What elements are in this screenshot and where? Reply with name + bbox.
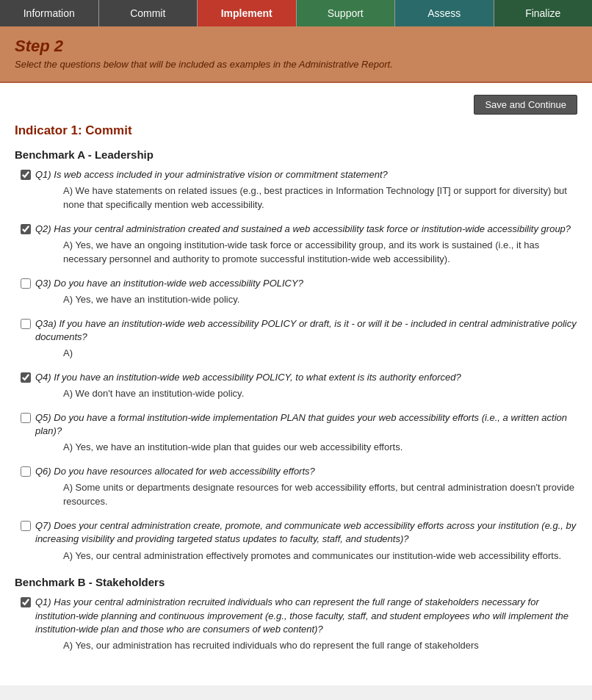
question-text-q1: Q1) Is web access included in your admin…: [35, 168, 388, 181]
question-row-q1: Q1) Is web access included in your admin…: [21, 168, 577, 181]
answer-q2: A) Yes, we have an ongoing institution-w…: [63, 239, 577, 267]
answer-q6: A) Some units or departments designate r…: [63, 481, 577, 509]
question-text-q3a: Q3a) If you have an institution-wide web…: [35, 317, 577, 344]
tab-commit[interactable]: Commit: [99, 0, 198, 26]
save-continue-button[interactable]: Save and Continue: [474, 95, 577, 115]
question-block-q1: Q1) Is web access included in your admin…: [15, 168, 577, 212]
checkbox-q7[interactable]: [21, 521, 31, 531]
question-row-q2: Q2) Has your central administration crea…: [21, 223, 577, 236]
step-title: Step 2: [15, 37, 577, 56]
checkbox-q2[interactable]: [21, 224, 31, 234]
indicator-heading: Indicator 1: Commit: [15, 123, 577, 138]
question-text-bq1: Q1) Has your central administration recr…: [35, 596, 577, 636]
benchmark-b-heading: Benchmark B - Stakeholders: [15, 576, 577, 588]
question-text-q2: Q2) Has your central administration crea…: [35, 223, 571, 236]
question-block-q4: Q4) If you have an institution-wide web …: [15, 371, 577, 401]
question-block-q3a: Q3a) If you have an institution-wide web…: [15, 317, 577, 361]
question-text-q4: Q4) If you have an institution-wide web …: [35, 371, 461, 384]
answer-q1: A) We have statements on related issues …: [63, 184, 577, 212]
tab-implement[interactable]: Implement: [198, 0, 297, 26]
checkbox-q3a[interactable]: [21, 319, 31, 329]
benchmark-b-questions: Q1) Has your central administration recr…: [15, 596, 577, 652]
step-description: Select the questions below that will be …: [15, 59, 577, 70]
question-block-q6: Q6) Do you have resources allocated for …: [15, 465, 577, 509]
answer-q3: A) Yes, we have an institution-wide poli…: [63, 293, 577, 307]
tab-support[interactable]: Support: [297, 0, 396, 26]
answer-q5: A) Yes, we have an institution-wide plan…: [63, 441, 577, 455]
checkbox-q3[interactable]: [21, 278, 31, 289]
checkbox-q4[interactable]: [21, 372, 31, 383]
step-header: Step 2 Select the questions below that w…: [0, 26, 592, 83]
question-text-q3: Q3) Do you have an institution-wide web …: [35, 277, 303, 290]
answer-bq1: A) Yes, our administration has recruited…: [63, 639, 577, 653]
main-content: Save and Continue Indicator 1: Commit Be…: [0, 83, 592, 685]
checkbox-q6[interactable]: [21, 466, 31, 477]
question-block-q2: Q2) Has your central administration crea…: [15, 223, 577, 267]
question-block-bq1: Q1) Has your central administration recr…: [15, 596, 577, 652]
question-block-q7: Q7) Does your central administration cre…: [15, 519, 577, 563]
question-row-q3: Q3) Do you have an institution-wide web …: [21, 277, 577, 290]
question-row-bq1: Q1) Has your central administration recr…: [21, 596, 577, 636]
question-row-q4: Q4) If you have an institution-wide web …: [21, 371, 577, 384]
question-text-q6: Q6) Do you have resources allocated for …: [35, 465, 315, 478]
question-text-q7: Q7) Does your central administration cre…: [35, 519, 577, 546]
answer-q3a: A): [63, 347, 577, 361]
nav-tabs: Information Commit Implement Support Ass…: [0, 0, 592, 26]
question-block-q5: Q5) Do you have a formal institution-wid…: [15, 411, 577, 455]
question-row-q5: Q5) Do you have a formal institution-wid…: [21, 411, 577, 438]
answer-q7: A) Yes, our central administration effec…: [63, 549, 577, 563]
benchmark-a-questions: Q1) Is web access included in your admin…: [15, 168, 577, 563]
tab-assess[interactable]: Assess: [395, 0, 494, 26]
tab-finalize[interactable]: Finalize: [494, 0, 593, 26]
checkbox-q5[interactable]: [21, 413, 31, 423]
question-row-q7: Q7) Does your central administration cre…: [21, 519, 577, 546]
checkbox-q1[interactable]: [21, 170, 31, 180]
question-text-q5: Q5) Do you have a formal institution-wid…: [35, 411, 577, 438]
benchmark-a-heading: Benchmark A - Leadership: [15, 148, 577, 161]
answer-q4: A) We don't have an institution-wide pol…: [63, 387, 577, 401]
question-row-q6: Q6) Do you have resources allocated for …: [21, 465, 577, 478]
question-row-q3a: Q3a) If you have an institution-wide web…: [21, 317, 577, 344]
checkbox-bq1[interactable]: [21, 597, 31, 607]
save-continue-row: Save and Continue: [15, 95, 577, 115]
tab-information[interactable]: Information: [0, 0, 99, 26]
question-block-q3: Q3) Do you have an institution-wide web …: [15, 277, 577, 307]
